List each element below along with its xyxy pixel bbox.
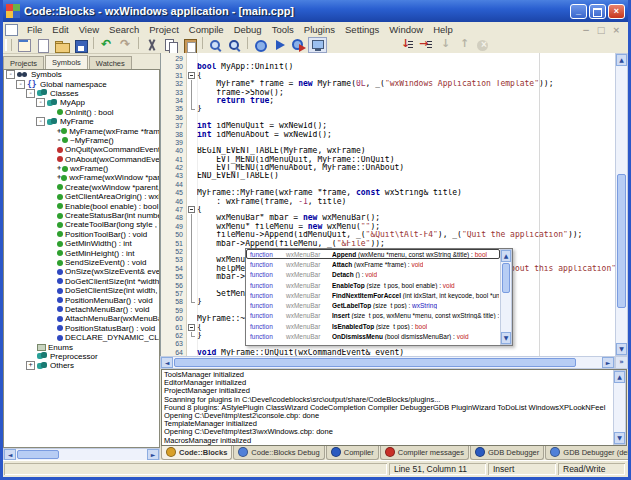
mdi-child-system-icon[interactable] [5, 24, 18, 36]
code-line[interactable]: 40BEGIN_EVENT_TABLE(MyFrame, wxFrame) [161, 147, 616, 155]
tree-item[interactable]: OnQuit(wxCommandEvent& [4, 145, 159, 154]
new-file-button[interactable] [33, 37, 52, 53]
log-tab-compiler[interactable]: Compiler [326, 446, 379, 460]
code-line[interactable]: 43END_EVENT_TABLE() [161, 172, 616, 180]
scroll-down-icon[interactable]: ▼ [616, 343, 627, 355]
tab-projects[interactable]: Projects [3, 56, 44, 69]
code-line[interactable]: 48 wxMenuBar* mbar = new wxMenuBar(); [161, 214, 616, 222]
new-project-button[interactable] [14, 37, 33, 53]
code-line[interactable]: 51 mbar->Append(fileMenu, _("&File")); [161, 240, 616, 248]
find-button[interactable] [206, 37, 225, 53]
expander-icon[interactable]: - [16, 80, 25, 89]
save-button[interactable] [71, 37, 90, 53]
code-line[interactable]: 64void MyFrame::OnQuit(wxCommandEvent& e… [161, 349, 616, 356]
log-tab-gdb-debugger-debug-[interactable]: GDB Debugger (debug) [545, 446, 631, 460]
tree-item[interactable]: OnInit() : bool [4, 108, 159, 117]
mdi-child-controls[interactable]: − □ × [582, 25, 622, 35]
menu-view[interactable]: View [74, 24, 104, 35]
code-line[interactable]: 42 EVT_MENU(idMenuAbout, MyFrame::OnAbou… [161, 164, 616, 172]
scroll-up-icon[interactable]: ▲ [614, 371, 625, 383]
scroll-left-icon[interactable]: ◄ [161, 357, 173, 368]
code-line[interactable]: 45MyFrame::MyFrame(wxFrame *frame, const… [161, 189, 616, 197]
tree-item[interactable]: PositionMenuBar() : void [4, 295, 159, 304]
scroll-down-icon[interactable]: ▼ [501, 332, 511, 344]
maximize-button[interactable] [589, 4, 606, 19]
completion-item[interactable]: functionwxMenuBarAppend (wxMenu *menu, c… [246, 249, 500, 259]
rebuild-button[interactable] [308, 37, 327, 53]
debug-step-into-button[interactable] [435, 37, 454, 53]
run-button[interactable] [270, 37, 289, 53]
scroll-down-icon[interactable]: ▼ [614, 432, 625, 444]
paste-button[interactable] [180, 37, 199, 53]
tree-item[interactable]: -Classes [4, 89, 159, 98]
log-tab-code-blocks-debug[interactable]: Code::Blocks Debug [233, 446, 324, 460]
menu-tools[interactable]: Tools [267, 24, 299, 35]
expander-icon[interactable]: - [26, 89, 35, 98]
menu-settings[interactable]: Settings [340, 24, 384, 35]
undo-button[interactable] [97, 37, 116, 53]
symbols-tree[interactable]: -Symbols-{}Global namespace-Classes-MyAp… [3, 69, 160, 448]
tree-item[interactable]: +MyFrame(wxFrame *frame, c [4, 126, 159, 135]
debug-run-to-cursor-button[interactable] [397, 37, 416, 53]
tree-item[interactable]: DetachMenuBar() : void [4, 305, 159, 314]
fold-marker[interactable] [187, 324, 197, 332]
code-line[interactable]: 50 fileMenu->Append(idMenuQuit, _("&Quit… [161, 231, 616, 239]
tree-item[interactable]: GetMinHeight() : int [4, 248, 159, 257]
cut-button[interactable] [142, 37, 161, 53]
completion-item[interactable]: functionwxMenuBarAttach (wxFrame *frame)… [246, 259, 500, 269]
compile-button[interactable] [251, 37, 270, 53]
tree-item[interactable]: Create(wxWindow *parent, w [4, 183, 159, 192]
tree-item[interactable]: DECLARE_DYNAMIC_CLA [4, 333, 159, 342]
tab-watches[interactable]: Watches [89, 56, 132, 69]
code-line[interactable]: 41 EVT_MENU(idMenuQuit, MyFrame::OnQuit) [161, 156, 616, 164]
tree-item[interactable]: -MyFrame [4, 117, 159, 126]
title-bar[interactable]: Code::Blocks - wxWindows application - [… [3, 0, 628, 22]
tree-item[interactable]: Enable(bool enable) : bool [4, 201, 159, 210]
expander-icon[interactable]: - [36, 98, 45, 107]
scroll-up-icon[interactable]: ▲ [501, 250, 511, 262]
popup-scrollbar[interactable]: ▲ ▼ [500, 249, 512, 345]
completion-item[interactable]: functionwxMenuBarDetach () : void [246, 270, 500, 280]
editor-splitter-button[interactable]: » [615, 356, 628, 369]
fold-marker[interactable] [187, 72, 197, 80]
code-line[interactable]: 38int idMenuAbout = wxNewId(); [161, 131, 616, 139]
code-line[interactable]: 35} [161, 105, 616, 113]
expander-icon[interactable]: - [6, 70, 15, 79]
tree-item[interactable]: GetMinWidth() : int [4, 239, 159, 248]
log-vscrollbar[interactable]: ▲ ▼ [613, 370, 626, 445]
scroll-thumb[interactable] [17, 450, 59, 459]
menu-plugins[interactable]: Plugins [299, 24, 340, 35]
code-line[interactable]: 44 [161, 181, 616, 189]
tree-item[interactable]: Preprocessor [4, 352, 159, 361]
tree-item[interactable]: Enums [4, 342, 159, 351]
tree-item[interactable]: -MyApp [4, 98, 159, 107]
fold-marker[interactable] [187, 206, 197, 214]
expander-icon[interactable]: - [36, 117, 45, 126]
minimize-button[interactable]: _ [570, 4, 587, 19]
tree-item[interactable]: +wxFrame() [4, 164, 159, 173]
redo-button[interactable] [116, 37, 135, 53]
code-line[interactable]: 46 : wxFrame(frame, -1, title) [161, 198, 616, 206]
completion-item[interactable]: functionwxMenuBarFindNextItemForAccel (i… [246, 290, 500, 300]
code-line[interactable]: 30bool MyApp::OnInit() [161, 63, 616, 71]
menu-search[interactable]: Search [104, 24, 144, 35]
completion-item[interactable]: functionwxMenuBarEnableTop (size_t pos, … [246, 280, 500, 290]
log-tab-compiler-messages[interactable]: Compiler messages [380, 446, 469, 460]
menu-help[interactable]: Help [428, 24, 458, 35]
tree-item[interactable]: GetClientAreaOrigin() : wxPo [4, 192, 159, 201]
scroll-thumb[interactable] [174, 358, 576, 367]
scroll-left-icon[interactable]: ◄ [4, 449, 16, 460]
completion-item[interactable]: functionwxMenuBarGetLabelTop (size_t pos… [246, 300, 500, 310]
menu-edit[interactable]: Edit [47, 24, 73, 35]
tree-item[interactable]: PositionToolBar() : void [4, 230, 159, 239]
scroll-right-icon[interactable]: ► [147, 449, 159, 460]
code-line[interactable]: 29 [161, 55, 616, 63]
tree-item[interactable]: -~MyFrame() [4, 136, 159, 145]
tree-item[interactable]: OnAbout(wxCommandEvent [4, 155, 159, 164]
code-line[interactable]: 36 [161, 114, 616, 122]
debug-step-out-button[interactable] [454, 37, 473, 53]
scroll-right-icon[interactable]: ► [602, 357, 614, 368]
menu-debug[interactable]: Debug [229, 24, 267, 35]
open-button[interactable] [52, 37, 71, 53]
tree-item[interactable]: SendSizeEvent() : void [4, 258, 159, 267]
